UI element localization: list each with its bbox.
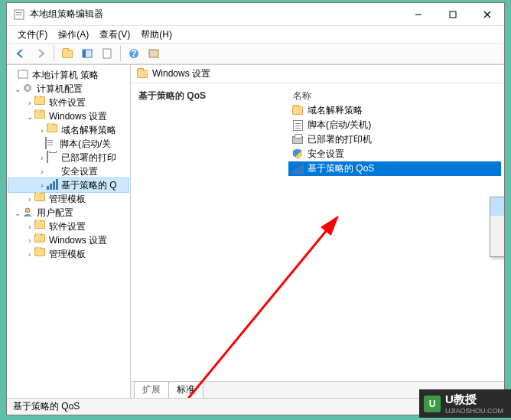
svg-rect-2 xyxy=(16,15,22,15)
watermark: U U教授 UJIAOSHOU.COM xyxy=(419,389,511,418)
main-heading: 基于策略的 QoS xyxy=(138,90,278,103)
back-button[interactable] xyxy=(11,44,30,63)
window-title: 本地组策略编辑器 xyxy=(30,8,401,21)
svg-point-16 xyxy=(25,208,30,213)
folder-icon xyxy=(291,105,304,117)
watermark-brand: U教授 xyxy=(445,392,477,405)
tree-security[interactable]: ›安全设置 xyxy=(8,164,129,178)
svg-rect-1 xyxy=(16,12,22,13)
menu-view[interactable]: 查看(V) xyxy=(95,27,135,43)
tree-user-software[interactable]: ›软件设置 xyxy=(8,220,129,233)
separator xyxy=(54,46,54,61)
separator xyxy=(120,46,121,61)
list-item-security[interactable]: 安全设置 xyxy=(288,147,501,161)
show-hide-tree-button[interactable] xyxy=(78,44,96,63)
context-menu: 新建策略(C)... 高级 QoS 设置(A)... 帮助(H) xyxy=(490,197,504,257)
column-header-name[interactable]: 名称 xyxy=(288,88,501,103)
tree-software-settings[interactable]: ›软件设置 xyxy=(8,96,129,109)
tree-user-admin-templates[interactable]: ›管理模板 xyxy=(8,247,129,261)
watermark-logo: U xyxy=(424,396,441,412)
app-icon xyxy=(13,8,25,21)
printer-icon xyxy=(291,134,304,146)
svg-text:?: ? xyxy=(131,48,136,59)
main-left-pane: 基于策略的 QoS xyxy=(131,83,285,381)
maximize-button[interactable] xyxy=(435,3,470,25)
menu-file[interactable]: 文件(F) xyxy=(13,27,52,43)
up-button[interactable] xyxy=(58,44,76,63)
main-panel: Windows 设置 基于策略的 QoS 名称 域名解释策略 脚本(启动/关机)… xyxy=(131,65,504,398)
minimize-button[interactable] xyxy=(401,3,435,25)
main-header: Windows 设置 xyxy=(131,65,504,83)
svg-point-15 xyxy=(26,86,29,90)
tree-root[interactable]: 本地计算机 策略 xyxy=(8,68,129,82)
shield-icon xyxy=(291,148,304,161)
main-list-pane[interactable]: 名称 域名解释策略 脚本(启动/关机) 已部署的打印机 安全设置 基于策略的 Q… xyxy=(285,83,504,381)
tree-computer-config[interactable]: ⌄计算机配置 xyxy=(8,82,129,96)
tree-scripts[interactable]: 脚本(启动/关 xyxy=(8,137,129,151)
tree-user-windows[interactable]: ›Windows 设置 xyxy=(8,233,129,247)
list-item-printers[interactable]: 已部署的打印机 xyxy=(288,132,501,147)
filter-button[interactable] xyxy=(145,44,163,63)
tree-qos-policy[interactable]: ›基于策略的 Q xyxy=(8,178,129,192)
toolbar: ? xyxy=(7,43,504,64)
tab-standard[interactable]: 标准 xyxy=(168,381,203,398)
tree-windows-settings[interactable]: ⌄Windows 设置 xyxy=(8,109,129,123)
close-button[interactable] xyxy=(470,3,504,25)
menu-advanced-qos[interactable]: 高级 QoS 设置(A)... xyxy=(490,216,504,234)
svg-rect-13 xyxy=(18,70,28,78)
tab-extended[interactable]: 扩展 xyxy=(134,381,169,398)
content-area: 本地计算机 策略 ⌄计算机配置 ›软件设置 ⌄Windows 设置 ›域名解释策… xyxy=(7,64,504,398)
list-item-scripts[interactable]: 脚本(启动/关机) xyxy=(288,118,501,132)
menu-new-policy[interactable]: 新建策略(C)... xyxy=(490,197,504,216)
tree-printers[interactable]: ›已部署的打印 xyxy=(8,151,129,164)
help-button[interactable]: ? xyxy=(125,44,143,63)
main-header-title: Windows 设置 xyxy=(152,67,210,80)
svg-rect-8 xyxy=(83,50,86,57)
watermark-url: UJIAOSHOU.COM xyxy=(445,407,503,415)
titlebar: 本地组策略编辑器 xyxy=(7,3,504,26)
menubar: 文件(F) 操作(A) 查看(V) 帮助(H) xyxy=(7,26,504,43)
gpedit-window: 本地组策略编辑器 文件(F) 操作(A) 查看(V) 帮助(H) ? 本地计算机… xyxy=(6,2,505,415)
tree-user-config[interactable]: ⌄用户配置 xyxy=(8,206,129,220)
svg-rect-9 xyxy=(103,49,111,58)
list-item-qos[interactable]: 基于策略的 QoS xyxy=(288,161,501,176)
status-text: 基于策略的 QoS xyxy=(13,400,80,413)
properties-button[interactable] xyxy=(98,44,116,63)
list-item-dns[interactable]: 域名解释策略 xyxy=(288,103,501,118)
tree-dns-policy[interactable]: ›域名解释策略 xyxy=(8,123,129,137)
script-icon xyxy=(291,119,304,132)
tree-admin-templates[interactable]: ›管理模板 xyxy=(8,192,129,206)
menu-help[interactable]: 帮助(H) xyxy=(136,27,177,43)
tree-panel[interactable]: 本地计算机 策略 ⌄计算机配置 ›软件设置 ⌄Windows 设置 ›域名解释策… xyxy=(7,65,131,398)
bars-icon xyxy=(291,163,304,175)
menu-help[interactable]: 帮助(H) xyxy=(490,238,504,256)
forward-button[interactable] xyxy=(31,44,50,63)
folder-icon xyxy=(137,70,148,78)
main-body: 基于策略的 QoS 名称 域名解释策略 脚本(启动/关机) 已部署的打印机 安全… xyxy=(131,83,504,381)
menu-action[interactable]: 操作(A) xyxy=(54,27,93,43)
svg-rect-4 xyxy=(450,11,456,18)
svg-rect-12 xyxy=(149,50,158,57)
